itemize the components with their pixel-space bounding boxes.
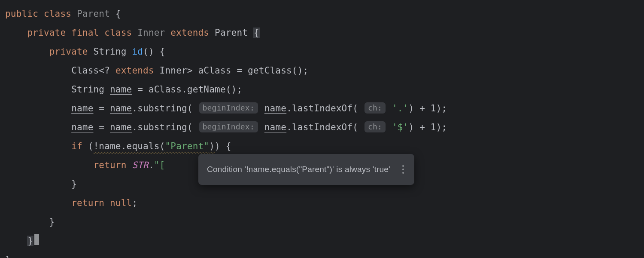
text: .lastIndexOf(	[286, 122, 358, 132]
brace: }	[71, 179, 77, 189]
code-line[interactable]: }	[5, 231, 644, 250]
more-actions-icon[interactable]	[401, 165, 406, 174]
text: <?	[99, 65, 115, 76]
indent	[5, 28, 27, 38]
text	[66, 28, 71, 38]
text: .substring(	[132, 122, 192, 132]
indent	[5, 217, 49, 227]
code-line[interactable]: private final class Inner extends Parent…	[5, 23, 644, 42]
str-template-ref: STR	[132, 160, 149, 170]
parameter-hint: beginIndex:	[199, 102, 258, 114]
inspection-tooltip[interactable]: Condition '!name.equals("Parent")' is al…	[198, 154, 414, 185]
keyword: public	[5, 9, 38, 19]
text	[248, 28, 253, 38]
indent	[5, 84, 71, 95]
text	[88, 46, 94, 57]
text: Inner> aClass = getClass();	[154, 65, 309, 76]
variable: name	[110, 103, 132, 114]
char-literal: '$'	[392, 122, 409, 132]
current-line-highlight	[5, 231, 644, 250]
keyword: private	[49, 46, 88, 57]
type: Class	[71, 65, 99, 76]
inspection-highlight[interactable]: !name.equals("Parent")	[94, 141, 215, 151]
text: ) + 1);	[408, 103, 447, 114]
type: String	[71, 84, 110, 95]
string-literal: "[	[154, 160, 165, 170]
matched-brace: {	[253, 28, 260, 38]
keyword: null	[110, 198, 132, 208]
code-line[interactable]: if (!name.equals("Parent")) {	[5, 137, 644, 156]
text: = aClass.getName();	[132, 84, 242, 95]
super-class: Parent	[215, 28, 248, 38]
text: (	[82, 141, 94, 151]
text	[127, 46, 132, 57]
class-name: Parent	[77, 9, 110, 19]
text: )	[209, 141, 215, 151]
code-line[interactable]: name = name.substring( beginIndex: name.…	[5, 99, 644, 118]
keyword: return	[94, 160, 127, 170]
text: .	[149, 160, 154, 170]
type: String	[94, 46, 127, 57]
caret	[34, 234, 39, 245]
tooltip-message: Condition '!name.equals("Parent")' is al…	[207, 160, 390, 179]
text: ) + 1);	[408, 122, 447, 132]
text: ;	[132, 198, 137, 208]
code-line[interactable]: }	[5, 250, 644, 258]
text: () {	[143, 46, 165, 57]
code-line[interactable]: public class Parent {	[5, 4, 644, 23]
text: .substring(	[132, 103, 192, 114]
brace: }	[49, 217, 55, 227]
text: !name.equals(	[94, 141, 165, 151]
keyword: final	[71, 28, 99, 38]
parameter-hint: ch:	[365, 121, 386, 132]
variable: name	[264, 122, 286, 132]
keyword: class	[104, 28, 132, 38]
variable: name	[71, 122, 93, 132]
text: =	[94, 103, 110, 114]
indent	[5, 179, 71, 189]
class-name: Inner	[137, 28, 165, 38]
keyword: class	[44, 9, 71, 19]
code-line[interactable]: Class<? extends Inner> aClass = getClass…	[5, 61, 644, 80]
text	[104, 198, 110, 208]
string-literal: "Parent"	[165, 141, 209, 151]
indent	[5, 198, 71, 208]
code-line[interactable]: return null;	[5, 194, 644, 212]
code-line[interactable]: name = name.substring( beginIndex: name.…	[5, 118, 644, 137]
keyword: private	[27, 28, 66, 38]
parameter-hint: ch:	[365, 102, 386, 114]
variable: name	[110, 122, 132, 132]
code-line[interactable]: String name = aClass.getName();	[5, 80, 644, 99]
keyword: if	[71, 141, 82, 151]
keyword: return	[71, 198, 104, 208]
keyword: extends	[115, 65, 154, 76]
indent	[5, 65, 71, 76]
text	[165, 28, 170, 38]
method-name: id	[132, 46, 143, 57]
code-line[interactable]: }	[5, 212, 644, 231]
text	[127, 160, 132, 170]
char-literal: '.'	[392, 103, 409, 114]
keyword: extends	[170, 28, 209, 38]
indent	[5, 46, 49, 57]
text	[71, 9, 77, 19]
text: =	[94, 122, 110, 132]
text: {	[110, 9, 121, 19]
indent	[5, 160, 94, 170]
brace: }	[5, 255, 11, 258]
text	[38, 9, 44, 19]
text	[132, 28, 137, 38]
indent	[5, 103, 71, 114]
code-editor[interactable]: public class Parent { private final clas…	[0, 0, 644, 258]
text	[209, 28, 215, 38]
code-line[interactable]: private String id() {	[5, 42, 644, 61]
variable: name	[71, 103, 93, 114]
indent	[5, 236, 27, 246]
text	[99, 28, 104, 38]
variable: name	[264, 103, 286, 114]
text: .lastIndexOf(	[286, 103, 358, 114]
text: ) {	[215, 141, 231, 151]
parameter-hint: beginIndex:	[199, 121, 258, 132]
indent	[5, 122, 71, 132]
matched-brace: }	[27, 236, 33, 246]
